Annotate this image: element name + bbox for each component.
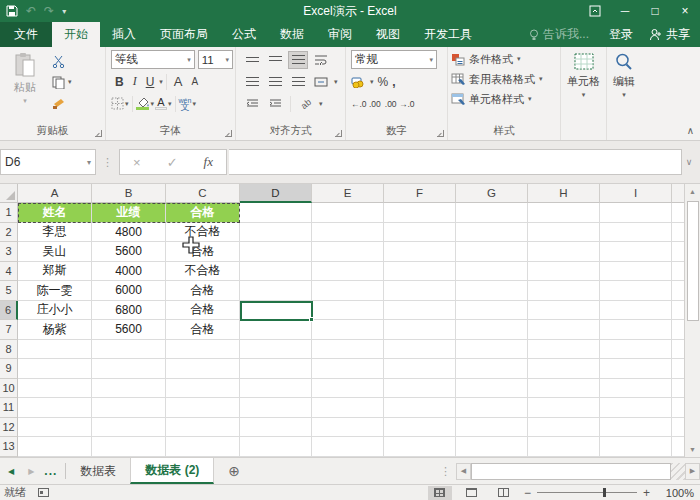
hscroll-left-icon[interactable]: ◀ [456, 463, 471, 480]
column-header-C[interactable]: C [166, 184, 240, 203]
cell-F9[interactable] [384, 359, 456, 379]
middle-align-icon[interactable] [265, 51, 285, 69]
sheet-tab-1[interactable]: 数据表 [66, 458, 130, 484]
cell-H9[interactable] [528, 359, 600, 379]
cell-D6[interactable] [240, 301, 312, 321]
cell-D5[interactable] [240, 281, 312, 301]
qat-customize-icon[interactable]: ▾ [62, 7, 66, 16]
font-color-button[interactable]: A [155, 97, 167, 110]
zoom-slider[interactable] [537, 492, 637, 493]
merge-dropdown-icon[interactable]: ▾ [334, 78, 338, 86]
phonetic-guide-button[interactable]: wén文 [179, 98, 192, 110]
align-right-icon[interactable] [288, 73, 308, 91]
decrease-indent-icon[interactable] [242, 95, 262, 113]
tab-review[interactable]: 审阅 [316, 22, 364, 47]
cell-H4[interactable] [528, 262, 600, 282]
cell-H6[interactable] [528, 301, 600, 321]
cell-I5[interactable] [600, 281, 672, 301]
phonetic-dropdown-icon[interactable]: ▾ [192, 100, 196, 108]
row-header-3[interactable]: 3 [0, 242, 18, 262]
column-header-B[interactable]: B [92, 184, 166, 203]
cell-C10[interactable] [166, 379, 240, 399]
cell-I1[interactable] [600, 203, 672, 223]
cell-D3[interactable] [240, 242, 312, 262]
cell-G13[interactable] [456, 437, 528, 457]
cell-F8[interactable] [384, 340, 456, 360]
undo-icon[interactable]: ↶ [26, 4, 36, 18]
cell-F12[interactable] [384, 418, 456, 438]
orientation-dropdown-icon[interactable]: ▾ [319, 100, 323, 108]
cell-F1[interactable] [384, 203, 456, 223]
tell-me-box[interactable]: 告诉我... [519, 26, 599, 43]
cell-G12[interactable] [456, 418, 528, 438]
cell-I4[interactable] [600, 262, 672, 282]
cell-B8[interactable] [92, 340, 166, 360]
cell-B10[interactable] [92, 379, 166, 399]
cell-A13[interactable] [18, 437, 92, 457]
cancel-icon[interactable]: × [133, 155, 141, 170]
cell-F4[interactable] [384, 262, 456, 282]
next-sheet-icon[interactable]: ▶ [28, 467, 34, 476]
tab-formulas[interactable]: 公式 [220, 22, 268, 47]
cell-F11[interactable] [384, 398, 456, 418]
borders-dropdown-icon[interactable]: ▾ [125, 100, 129, 108]
cell-D13[interactable] [240, 437, 312, 457]
cell-C13[interactable] [166, 437, 240, 457]
cell-G9[interactable] [456, 359, 528, 379]
name-box[interactable]: D6▾ [0, 149, 96, 175]
cell-F7[interactable] [384, 320, 456, 340]
vertical-scrollbar[interactable]: ▲ ▼ [684, 184, 700, 457]
cell-E9[interactable] [312, 359, 384, 379]
cell-G4[interactable] [456, 262, 528, 282]
select-all-corner[interactable] [0, 184, 18, 203]
cell-E2[interactable] [312, 223, 384, 243]
cell-F2[interactable] [384, 223, 456, 243]
cell-E11[interactable] [312, 398, 384, 418]
row-header-2[interactable]: 2 [0, 223, 18, 243]
wrap-text-icon[interactable] [311, 51, 331, 69]
cell-I12[interactable] [600, 418, 672, 438]
cell-G2[interactable] [456, 223, 528, 243]
horizontal-scrollbar[interactable]: ⋮ ◀ ▶ [435, 458, 700, 484]
cell-E5[interactable] [312, 281, 384, 301]
cell-E4[interactable] [312, 262, 384, 282]
underline-dropdown-icon[interactable]: ▾ [159, 78, 163, 86]
cell-I7[interactable] [600, 320, 672, 340]
cell-D8[interactable] [240, 340, 312, 360]
cell-E7[interactable] [312, 320, 384, 340]
cell-I3[interactable] [600, 242, 672, 262]
cells-button[interactable]: 单元格 ▾ [563, 50, 604, 124]
bottom-align-icon[interactable] [288, 51, 308, 69]
cell-B11[interactable] [92, 398, 166, 418]
cell-D7[interactable] [240, 320, 312, 340]
cell-E1[interactable] [312, 203, 384, 223]
cell-A11[interactable] [18, 398, 92, 418]
cell-A2[interactable]: 李思 [18, 223, 92, 243]
cell-C11[interactable] [166, 398, 240, 418]
increase-indent-icon[interactable] [265, 95, 285, 113]
alignment-dialog-launcher-icon[interactable] [335, 130, 342, 137]
font-color-dropdown-icon[interactable]: ▾ [168, 100, 172, 108]
cell-G8[interactable] [456, 340, 528, 360]
orientation-icon[interactable]: ab [293, 90, 320, 117]
cell-E6[interactable] [312, 301, 384, 321]
cell-B4[interactable]: 4000 [92, 262, 166, 282]
share-button[interactable]: 共享 [643, 26, 700, 43]
cell-H12[interactable] [528, 418, 600, 438]
tab-developer[interactable]: 开发工具 [412, 22, 484, 47]
font-size-combo[interactable]: 11▾ [198, 50, 233, 69]
formula-input[interactable] [229, 149, 682, 175]
cell-E3[interactable] [312, 242, 384, 262]
tab-page-layout[interactable]: 页面布局 [148, 22, 220, 47]
new-sheet-icon[interactable]: ⊕ [214, 458, 254, 484]
cell-G3[interactable] [456, 242, 528, 262]
cell-B12[interactable] [92, 418, 166, 438]
page-break-view-button[interactable] [492, 486, 516, 500]
number-dialog-launcher-icon[interactable] [437, 130, 444, 137]
cell-C9[interactable] [166, 359, 240, 379]
cell-F10[interactable] [384, 379, 456, 399]
cell-G5[interactable] [456, 281, 528, 301]
cell-D9[interactable] [240, 359, 312, 379]
cell-A3[interactable]: 吴山 [18, 242, 92, 262]
grow-font-button[interactable]: A [170, 73, 187, 91]
